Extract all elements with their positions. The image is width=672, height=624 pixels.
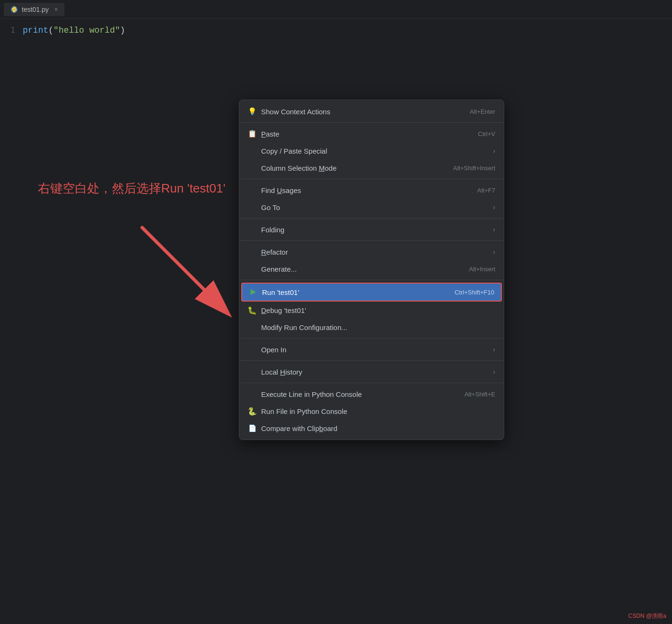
watermark: CSDN @滂雨a	[628, 612, 666, 620]
menu-label-run-file-python: Run File in Python Console	[261, 407, 347, 415]
menu-item-compare-clipboard[interactable]: 📄 Compare with Clipboard	[239, 420, 504, 437]
svg-line-2	[142, 228, 227, 313]
menu-label-folding: Folding	[261, 226, 284, 234]
empty-icon-5	[248, 225, 256, 234]
empty-icon-10	[248, 367, 256, 376]
menu-item-go-to[interactable]: Go To ›	[239, 199, 504, 216]
menu-item-copy-paste-special[interactable]: Copy / Paste Special ›	[239, 142, 504, 159]
menu-label-modify-run-config: Modify Run Configuration...	[261, 323, 347, 331]
arrow-icon-open-in: ›	[493, 346, 495, 353]
editor-area: 1 print("hello world") 右键空白处，然后选择Run 'te…	[0, 19, 672, 624]
tab-bar: test01.py ×	[0, 0, 672, 19]
tab-close-button[interactable]: ×	[54, 6, 58, 13]
menu-item-local-history[interactable]: Local History ›	[239, 363, 504, 380]
menu-shortcut-execute-line: Alt+Shift+E	[464, 391, 495, 398]
menu-item-refactor[interactable]: Refactor ›	[239, 243, 504, 260]
debug-icon: 🐛	[248, 306, 256, 314]
code-string: "hello world"	[54, 26, 120, 35]
empty-icon-7	[248, 265, 256, 273]
menu-shortcut-show-context-actions: Alt+Enter	[470, 108, 495, 115]
editor-tab[interactable]: test01.py ×	[4, 3, 64, 16]
compare-clipboard-icon: 📄	[248, 424, 256, 432]
arrow-indicator	[133, 218, 256, 343]
empty-icon-4	[248, 203, 256, 211]
menu-item-column-selection-mode[interactable]: Column Selection Mode Alt+Shift+Insert	[239, 159, 504, 176]
empty-icon-6	[248, 248, 256, 256]
python-file-icon: 🐍	[248, 407, 256, 415]
run-icon	[249, 288, 257, 296]
code-paren-close: )	[120, 26, 125, 35]
menu-shortcut-generate: Alt+Insert	[469, 266, 495, 273]
menu-label-go-to: Go To	[261, 203, 280, 211]
python-tab-icon	[10, 6, 18, 13]
menu-item-modify-run-config[interactable]: Modify Run Configuration...	[239, 319, 504, 336]
menu-item-paste[interactable]: 📋 Paste Ctrl+V	[239, 125, 504, 142]
menu-shortcut-paste: Ctrl+V	[478, 130, 495, 138]
separator-7	[239, 360, 504, 361]
empty-icon-2	[248, 164, 256, 172]
separator-8	[239, 383, 504, 383]
separator-4	[239, 240, 504, 241]
arrow-icon-copy-paste: ›	[493, 147, 495, 155]
svg-marker-3	[251, 289, 256, 295]
menu-item-folding[interactable]: Folding ›	[239, 221, 504, 238]
menu-label-find-usages: Find Usages	[261, 186, 301, 194]
menu-label-run-test01: Run 'test01'	[262, 288, 299, 296]
menu-label-refactor: Refactor	[261, 248, 288, 256]
empty-icon-8	[248, 323, 256, 331]
empty-icon-3	[248, 186, 256, 194]
annotation-text: 右键空白处，然后选择Run 'test01'	[38, 180, 226, 197]
empty-icon-1	[248, 147, 256, 155]
paste-icon: 📋	[248, 129, 256, 138]
code-paren-open: (	[48, 26, 54, 35]
menu-label-copy-paste-special: Copy / Paste Special	[261, 147, 327, 155]
menu-item-show-context-actions[interactable]: 💡 Show Context Actions Alt+Enter	[239, 103, 504, 120]
menu-item-run-test01[interactable]: Run 'test01' Ctrl+Shift+F10	[241, 283, 502, 302]
menu-item-execute-line-python[interactable]: Execute Line in Python Console Alt+Shift…	[239, 385, 504, 403]
code-print-keyword: print	[23, 26, 48, 35]
menu-shortcut-column-selection: Alt+Shift+Insert	[453, 165, 495, 172]
menu-label-paste: Paste	[261, 130, 279, 138]
menu-label-open-in: Open In	[261, 346, 286, 354]
bulb-icon: 💡	[248, 107, 256, 116]
menu-item-generate[interactable]: Generate... Alt+Insert	[239, 260, 504, 277]
menu-label-debug-test01: Debug 'test01'	[261, 306, 306, 314]
menu-label-column-selection-mode: Column Selection Mode	[261, 164, 336, 172]
menu-item-run-file-python[interactable]: 🐍 Run File in Python Console	[239, 403, 504, 420]
tab-filename: test01.py	[22, 6, 49, 13]
arrow-icon-refactor: ›	[493, 248, 495, 256]
menu-label-execute-line-python: Execute Line in Python Console	[261, 390, 362, 398]
separator-1	[239, 122, 504, 123]
code-line-1: 1 print("hello world")	[0, 25, 672, 36]
arrow-icon-go-to: ›	[493, 203, 495, 211]
empty-icon-9	[248, 345, 256, 354]
menu-item-debug-test01[interactable]: 🐛 Debug 'test01'	[239, 302, 504, 319]
menu-item-open-in[interactable]: Open In ›	[239, 341, 504, 358]
code-text-1: print("hello world")	[23, 26, 125, 35]
empty-icon-11	[248, 390, 256, 398]
separator-6	[239, 338, 504, 339]
context-menu: 💡 Show Context Actions Alt+Enter 📋 Paste…	[239, 100, 504, 440]
line-number-1: 1	[0, 26, 23, 35]
menu-label-compare-clipboard: Compare with Clipboard	[261, 424, 337, 432]
arrow-icon-local-history: ›	[493, 368, 495, 376]
menu-label-show-context-actions: Show Context Actions	[261, 108, 330, 116]
arrow-icon-folding: ›	[493, 226, 495, 233]
menu-item-find-usages[interactable]: Find Usages Alt+F7	[239, 182, 504, 199]
separator-2	[239, 179, 504, 179]
separator-5	[239, 280, 504, 280]
menu-label-generate: Generate...	[261, 265, 297, 273]
separator-3	[239, 218, 504, 219]
menu-shortcut-find-usages: Alt+F7	[477, 187, 495, 194]
menu-shortcut-run-test01: Ctrl+Shift+F10	[454, 289, 494, 296]
menu-label-local-history: Local History	[261, 368, 302, 376]
